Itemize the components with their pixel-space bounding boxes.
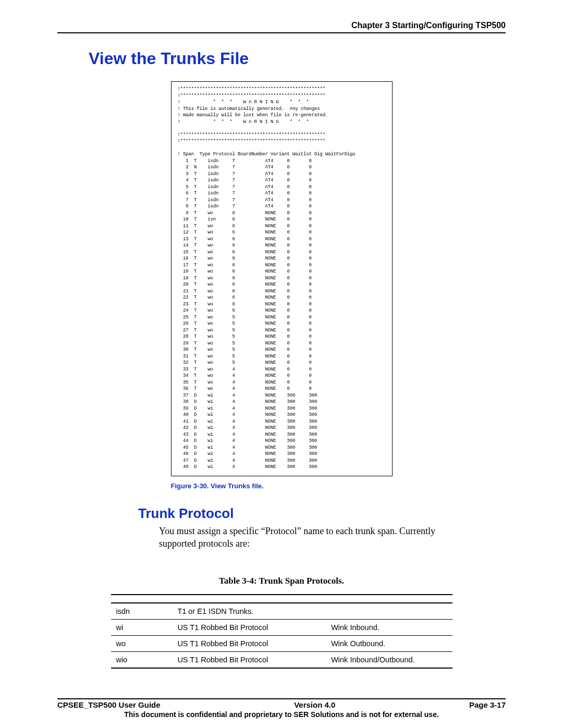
protocols-table: isdn T1 or E1 ISDN Trunks. wi US T1 Robb… [111,594,452,676]
table-row: wo US T1 Robbed Bit Protocol Wink Outbou… [111,635,452,651]
table-row: wi US T1 Robbed Bit Protocol Wink Inboun… [111,619,452,635]
trunks-file-pre: !***************************************… [178,86,386,471]
footer-confidential: This document is confidential and propri… [57,710,506,719]
chapter-header: Chapter 3 Starting/Configuring TSP500 [57,21,506,30]
table-row: isdn T1 or E1 ISDN Trunks. [111,603,452,620]
footer-left: CPSEE_TSP500 User Guide [57,700,161,709]
table-caption: Table 3-4: Trunk Span Protocols. [57,576,506,586]
footer-right: Page 3-17 [469,700,506,709]
section-heading: Trunk Protocol [138,505,506,522]
footer: CPSEE_TSP500 User Guide Version 4.0 Page… [57,696,506,728]
header-rule [57,32,506,33]
trunks-file-figure: !***************************************… [171,81,393,476]
page-title: View the Trunks File [89,49,506,68]
body-paragraph: You must assign a specific “Protocol” na… [159,525,451,550]
table-row: wio US T1 Robbed Bit Protocol Wink Inbou… [111,651,452,668]
footer-rule [57,698,506,699]
footer-center: Version 4.0 [294,700,335,709]
figure-caption: Figure 3-30. View Trunks file. [171,482,393,490]
document-page: Chapter 3 Starting/Configuring TSP500 Vi… [0,0,563,728]
